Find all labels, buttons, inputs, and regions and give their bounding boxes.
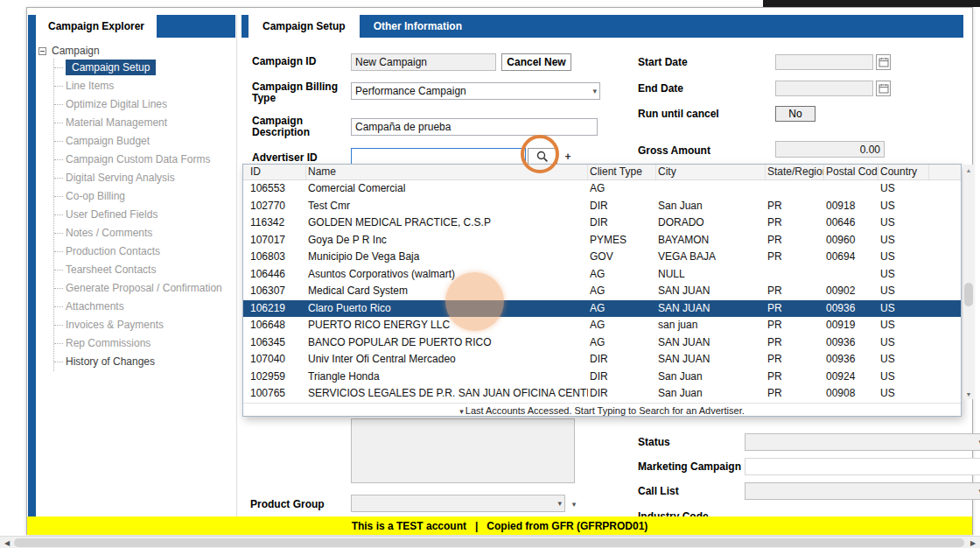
advertiser-row-106219[interactable]: 106219Claro Puerto RicoAGSAN JUANPR00936… (243, 300, 961, 318)
cell: US (878, 317, 929, 334)
plus-icon: + (564, 151, 570, 163)
cell: Comercial Comercial (306, 180, 588, 198)
cell: DIR (588, 198, 656, 215)
cell: US (878, 232, 929, 249)
sidebar-item-rep-commissions[interactable]: Rep Commissions (54, 334, 234, 353)
cell: BANCO POPULAR DE PUERTO RICO (306, 334, 588, 352)
end-date-calendar-button[interactable] (876, 81, 891, 96)
column-header-country[interactable]: Country (878, 165, 929, 179)
product-group-label: Product Group (250, 499, 325, 510)
add-advertiser-button[interactable]: + (562, 149, 574, 165)
horizontal-scrollbar[interactable]: ◀ ▶ (0, 536, 980, 548)
advertiser-grid-footer[interactable]: ▾Last Accounts Accessed. Start Typing to… (243, 403, 961, 418)
sidebar-item-co-op-billing[interactable]: Co-op Billing (54, 187, 234, 206)
scrollbar-thumb[interactable] (14, 538, 964, 547)
sidebar-item-label: Production Contacts (66, 245, 160, 257)
cell: PR (766, 334, 824, 352)
call-list-select[interactable]: ▾ (745, 482, 980, 500)
advertiser-row-102959[interactable]: 102959Triangle HondaDIRSan JuanPR00924US (243, 369, 961, 386)
scrollbar-thumb[interactable] (964, 283, 973, 306)
advertiser-row-106345[interactable]: 106345BANCO POPULAR DE PUERTO RICOAGSAN … (243, 334, 961, 352)
sidebar-item-invoices-payments[interactable]: Invoices & Payments (54, 316, 234, 334)
cell: 107040 (248, 351, 306, 369)
sidebar-item-optimize-digital-lines[interactable]: Optimize Digital Lines (54, 95, 234, 114)
cell: AG (588, 300, 656, 318)
sidebar-item-digital-serving-analysis[interactable]: Digital Serving Analysis (54, 169, 234, 187)
chevron-down-icon: ▾ (592, 87, 597, 95)
advertiser-row-107017[interactable]: 107017Goya De P R IncPYMESBAYAMONPR00960… (243, 232, 961, 249)
cancel-new-button[interactable]: Cancel New (501, 53, 571, 71)
advertiser-row-106307[interactable]: 106307Medical Card SystemAGSAN JUANPR009… (243, 283, 961, 300)
sidebar-item-campaign-budget[interactable]: Campaign Budget (54, 132, 234, 151)
advertiser-row-106803[interactable]: 106803Municipio De Vega BajaGOVVEGA BAJA… (243, 249, 961, 266)
sidebar-item-notes-comments[interactable]: Notes / Comments (54, 224, 234, 242)
scroll-up-icon[interactable]: ▲ (963, 165, 974, 175)
cell: PUERTO RICO ENERGY LLC (306, 317, 588, 334)
advertiser-row-102770[interactable]: 102770Test CmrDIRSan JuanPR00918US (243, 198, 961, 215)
campaign-id-field[interactable]: New Campaign (351, 53, 496, 71)
tree-root-campaign[interactable]: Campaign (38, 43, 234, 59)
status-select[interactable]: ▾ (745, 433, 980, 451)
scroll-left-icon[interactable]: ◀ (0, 537, 14, 548)
cell: 106446 (248, 266, 306, 284)
advertiser-row-107040[interactable]: 107040Univ Inter Ofi Central MercadeoDIR… (243, 351, 961, 369)
tree-root-label: Campaign (52, 45, 100, 57)
sidebar-item-tearsheet-contacts[interactable]: Tearsheet Contacts (54, 261, 234, 279)
scroll-down-icon[interactable]: ▼ (963, 389, 974, 399)
sidebar-item-material-management[interactable]: Material Management (54, 114, 234, 132)
column-header-city[interactable]: City (656, 165, 766, 179)
gross-amount-label: Gross Amount (638, 145, 710, 157)
campaign-description-field[interactable]: Campaña de prueba (351, 118, 598, 136)
campaign-explorer-tab[interactable]: Campaign Explorer (36, 15, 157, 38)
run-until-cancel-toggle[interactable]: No (775, 106, 816, 122)
marketing-campaign-field[interactable] (745, 458, 980, 475)
cell (656, 180, 766, 198)
cell: SAN JUAN (656, 334, 766, 352)
cell: 00919 (824, 317, 878, 334)
cell: SERVICIOS LEGALES DE P.R. SAN JUAN OFICI… (306, 385, 588, 403)
sidebar-item-line-items[interactable]: Line Items (54, 77, 234, 95)
campaign-notes-textarea[interactable] (351, 418, 575, 483)
column-header-client-type[interactable]: Client Type (588, 165, 656, 179)
sidebar-item-production-contacts[interactable]: Production Contacts (54, 242, 234, 261)
gross-amount-field[interactable]: 0.00 (775, 141, 885, 158)
sidebar-item-user-defined-fields[interactable]: User Defined Fields (54, 206, 234, 224)
call-list-label: Call List (638, 486, 679, 497)
sidebar-item-generate-proposal-confirmation[interactable]: Generate Proposal / Confirmation (54, 279, 234, 298)
campaign-billing-type-select[interactable]: Performance Campaign ▾ (351, 82, 600, 100)
sidebar-item-history-of-changes[interactable]: History of Changes (54, 353, 234, 371)
cell: NULL (656, 266, 766, 284)
column-header-state-region[interactable]: State/Region (766, 165, 824, 179)
end-date-field[interactable] (775, 81, 873, 96)
advertiser-row-106553[interactable]: 106553Comercial ComercialAGUS (243, 180, 961, 198)
cell: San Juan (656, 198, 766, 215)
sidebar-item-label: Campaign Budget (66, 135, 150, 147)
cell: US (878, 214, 929, 232)
cell: Univ Inter Ofi Central Mercadeo (306, 351, 588, 369)
advertiser-row-106648[interactable]: 106648PUERTO RICO ENERGY LLCAGsan juanPR… (243, 317, 961, 334)
advertiser-row-106446[interactable]: 106446Asuntos Corporativos (walmart)AGNU… (243, 266, 961, 284)
cell: 00936 (824, 300, 878, 318)
cell: DIR (588, 214, 656, 232)
tab-other-information[interactable]: Other Information (360, 15, 476, 38)
column-header-id[interactable]: ID (248, 165, 306, 179)
secondary-dropdown-button[interactable]: ▾ (568, 495, 580, 512)
cell (766, 266, 824, 284)
advertiser-row-116342[interactable]: 116342GOLDEN MEDICAL PRACTICE, C.S.PDIRD… (243, 214, 961, 232)
gross-amount-value: 0.00 (860, 144, 880, 156)
status-label: Status (638, 437, 670, 448)
advertiser-row-100765[interactable]: 100765SERVICIOS LEGALES DE P.R. SAN JUAN… (243, 385, 961, 403)
start-date-field[interactable] (775, 54, 873, 70)
product-group-select[interactable]: ▾ (351, 495, 565, 512)
tab-campaign-setup[interactable]: Campaign Setup (248, 15, 360, 38)
column-header-postal-code[interactable]: Postal Code (824, 165, 878, 179)
cell: US (878, 300, 929, 318)
advertiser-id-input[interactable] (351, 148, 526, 165)
sidebar-item-campaign-setup[interactable]: Campaign Setup (54, 59, 234, 77)
grid-vertical-scrollbar[interactable]: ▲ ▼ (963, 165, 974, 399)
collapse-icon[interactable] (38, 47, 46, 55)
sidebar-item-campaign-custom-data-forms[interactable]: Campaign Custom Data Forms (54, 151, 234, 169)
start-date-calendar-button[interactable] (876, 54, 891, 70)
sidebar-item-attachments[interactable]: Attachments (54, 298, 234, 316)
scroll-right-icon[interactable]: ▶ (966, 537, 980, 548)
